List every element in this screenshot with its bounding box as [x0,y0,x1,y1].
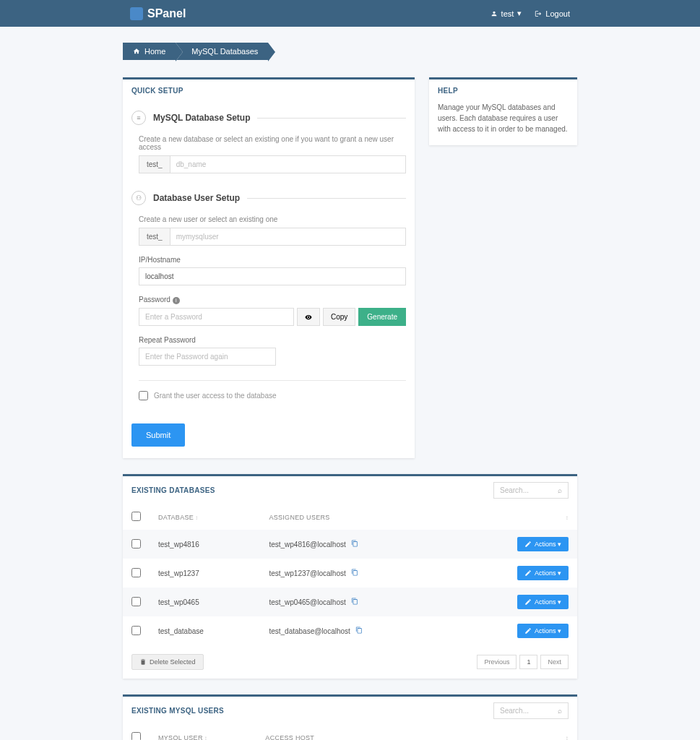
db-search-box: ⌕ [493,482,569,499]
quick-setup-title: QUICK SETUP [123,79,415,102]
user-search-box: ⌕ [493,702,569,719]
logout-link[interactable]: Logout [535,9,570,18]
databases-table: DATABASE↕ ASSIGNED USERS ↕ test_wp4816 t… [123,504,577,645]
user-setup-title: Database User Setup [153,193,240,203]
brand-text: SPanel [147,7,186,20]
breadcrumb: Home MySQL Databases [123,43,577,60]
generate-password-button[interactable]: Generate [358,308,406,326]
copy-icon[interactable] [351,598,358,606]
logo-icon [130,7,143,20]
db-prev-page[interactable]: Previous [477,655,517,669]
user-dropdown[interactable]: test ▾ [491,9,522,18]
quick-setup-card: QUICK SETUP ≡ MySQL Database Setup Creat… [123,77,415,458]
help-card: HELP Manage your MySQL databases and use… [429,77,577,145]
copy-icon[interactable] [351,569,358,577]
ip-label: IP/Hostname [139,256,406,264]
user-prefix: test_ [139,228,170,246]
col-mysql-user[interactable]: MYSQL USER↕ [150,725,256,740]
chevron-down-icon: ▾ [517,9,522,18]
actions-dropdown[interactable]: Actions ▾ [517,595,569,609]
breadcrumb-home[interactable]: Home [123,43,176,60]
db-select-all[interactable] [131,512,141,521]
rpw-label: Repeat Password [139,336,406,344]
db-setup-title: MySQL Database Setup [153,113,250,123]
top-header: SPanel test ▾ Logout [0,0,700,27]
search-icon[interactable]: ⌕ [552,703,568,718]
table-row: test_wp4816 test_wp4816@localhost Action… [123,530,577,559]
home-icon [133,48,140,55]
assigned-user-cell: test_wp1237@localhost [260,559,456,588]
logout-icon [535,10,542,17]
assigned-user-cell: test_wp0465@localhost [260,588,456,616]
ip-input[interactable] [139,267,406,285]
db-next-page[interactable]: Next [540,655,569,669]
user-setup-icon: ⚇ [131,191,146,205]
db-name-cell: test_wp0465 [150,588,260,616]
sort-icon: ↕ [566,515,569,521]
trash-icon [139,658,147,666]
user-select-all[interactable] [131,732,141,740]
info-icon[interactable]: i [173,297,180,304]
copy-password-button[interactable]: Copy [323,308,355,326]
existing-users-card: EXISTING MYSQL USERS ⌕ MYSQL USER↕ ACCES… [123,694,577,740]
assigned-user-cell: test_wp4816@localhost [260,530,456,559]
grant-access-checkbox[interactable] [139,391,148,400]
table-row: test_wp0465 test_wp0465@localhost Action… [123,588,577,616]
db-name-cell: test_database [150,616,260,645]
grant-label: Grant the user access to the database [154,392,277,400]
col-access-host[interactable]: ACCESS HOST [256,725,363,740]
sort-icon: ↕ [195,515,198,521]
users-table: MYSQL USER↕ ACCESS HOST ↕ test_wp4816 lo… [123,725,577,740]
show-password-button[interactable] [297,308,320,326]
db-row-checkbox[interactable] [131,568,141,577]
db-search-input[interactable] [494,483,552,498]
user-search-input[interactable] [494,703,552,718]
help-title: HELP [429,79,577,102]
db-row-checkbox[interactable] [131,626,141,635]
table-row: test_wp1237 test_wp1237@localhost Action… [123,559,577,588]
db-name-input[interactable] [170,155,406,173]
db-name-cell: test_wp4816 [150,530,260,559]
user-desc: Create a new user or select an existing … [139,215,406,223]
assigned-user-cell: test_database@localhost [260,616,456,645]
actions-dropdown[interactable]: Actions ▾ [517,537,569,551]
eye-icon [305,314,312,321]
copy-icon[interactable] [355,627,363,635]
db-name-cell: test_wp1237 [150,559,260,588]
db-page-1[interactable]: 1 [519,655,537,669]
repeat-password-input[interactable] [139,348,276,366]
search-icon[interactable]: ⌕ [552,483,568,498]
db-prefix: test_ [139,155,170,173]
sort-icon: ↕ [204,735,207,741]
copy-icon[interactable] [351,541,358,548]
db-desc: Create a new database or select an exist… [139,135,406,151]
existing-databases-card: EXISTING DATABASES ⌕ DATABASE↕ ASSIGNED … [123,474,577,679]
submit-button[interactable]: Submit [131,423,185,447]
password-input[interactable] [139,308,294,326]
col-database[interactable]: DATABASE↕ [150,504,260,530]
help-text: Manage your MySQL databases and users. E… [429,102,577,145]
actions-dropdown[interactable]: Actions ▾ [517,624,569,638]
db-user-input[interactable] [170,228,406,246]
pw-label: Password i [139,296,406,304]
database-icon: ≡ [131,111,146,125]
db-row-checkbox[interactable] [131,597,141,606]
db-delete-selected[interactable]: Delete Selected [131,654,204,670]
existing-users-title: EXISTING MYSQL USERS [131,707,224,715]
user-icon [491,10,498,17]
actions-dropdown[interactable]: Actions ▾ [517,566,569,580]
brand-logo[interactable]: SPanel [130,7,186,20]
breadcrumb-current[interactable]: MySQL Databases [176,43,268,60]
table-row: test_database test_database@localhost Ac… [123,616,577,645]
col-assigned-users[interactable]: ASSIGNED USERS [260,504,456,530]
db-row-checkbox[interactable] [131,539,141,548]
sort-icon: ↕ [566,735,569,741]
existing-db-title: EXISTING DATABASES [131,486,215,494]
